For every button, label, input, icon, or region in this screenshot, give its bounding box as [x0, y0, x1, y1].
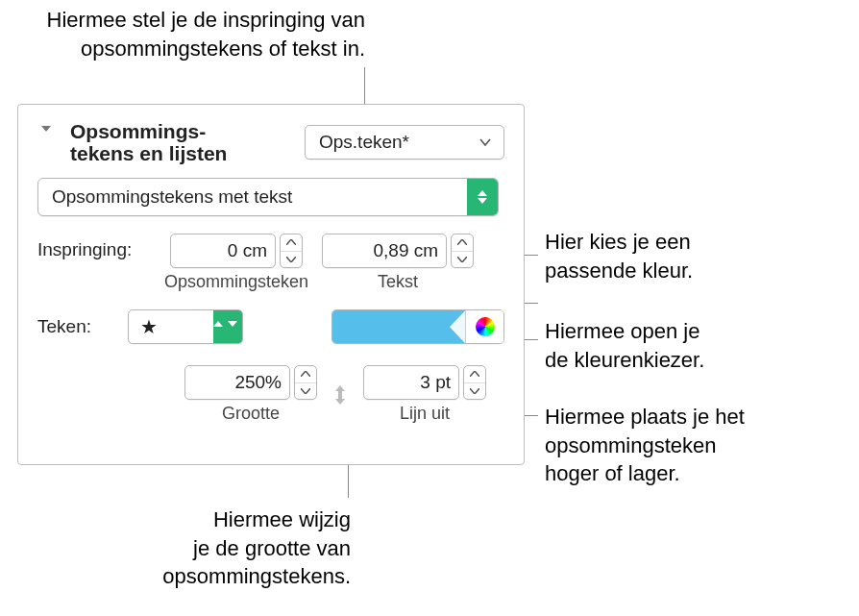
- chevron-down-icon: [477, 135, 494, 150]
- callout-align: Hiermee plaats je het opsommingsteken ho…: [545, 403, 745, 488]
- bullet-indent-stepper[interactable]: [280, 234, 303, 268]
- color-picker-button[interactable]: [465, 310, 503, 343]
- select-arrows-icon: [467, 179, 498, 215]
- text-indent-input[interactable]: 0,89 cm: [322, 234, 447, 268]
- bullet-type-select[interactable]: Opsommingstekens met tekst: [37, 178, 499, 216]
- align-value: 3 pt: [420, 372, 451, 393]
- updown-arrow-icon: [329, 378, 352, 412]
- callout-color: Hier kies je een passende kleur.: [545, 228, 693, 284]
- size-value: 250%: [234, 372, 282, 393]
- disclosure-triangle[interactable]: [37, 120, 55, 137]
- bullet-indent-input[interactable]: 0 cm: [170, 234, 276, 268]
- text-indent-caption: Tekst: [378, 272, 418, 292]
- list-style-value: Ops.teken*: [319, 132, 409, 153]
- callout-size: Hiermee wijzig je de grootte van opsommi…: [110, 505, 351, 591]
- indent-label: Inspringing:: [37, 234, 151, 260]
- size-caption: Grootte: [222, 404, 280, 424]
- color-well[interactable]: [332, 310, 465, 343]
- align-stepper[interactable]: [463, 365, 486, 400]
- bullet-char-select[interactable]: ★: [128, 309, 243, 344]
- bullet-type-value: Opsommingstekens met tekst: [52, 186, 292, 208]
- char-label: Teken:: [37, 316, 114, 337]
- section-heading-line1: Opsommings-: [70, 120, 297, 142]
- bullets-lists-panel: Opsommings- tekens en lijsten Ops.teken*…: [17, 104, 525, 465]
- list-style-popup[interactable]: Ops.teken*: [305, 125, 504, 160]
- align-caption: Lijn uit: [400, 404, 450, 424]
- bullet-indent-caption: Opsommingsteken: [164, 272, 308, 292]
- section-heading-line2: tekens en lijsten: [70, 142, 297, 164]
- color-wheel-icon: [476, 317, 495, 336]
- callout-indent: Hiermee stel je de inspringing van opsom…: [29, 6, 365, 62]
- text-indent-value: 0,89 cm: [373, 240, 438, 261]
- text-indent-stepper[interactable]: [451, 234, 474, 268]
- select-arrows-icon: [213, 310, 242, 343]
- size-input[interactable]: 250%: [184, 365, 290, 400]
- bullet-char-value: ★: [140, 315, 213, 338]
- align-input[interactable]: 3 pt: [363, 365, 459, 400]
- size-stepper[interactable]: [294, 365, 317, 400]
- bullet-indent-value: 0 cm: [228, 240, 267, 261]
- callout-picker: Hiermee open je de kleurenkiezer.: [545, 317, 704, 374]
